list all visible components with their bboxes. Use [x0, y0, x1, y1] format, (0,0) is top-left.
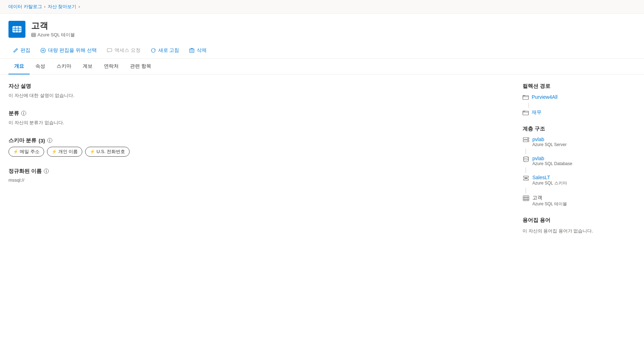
tabs-bar: 개요 속성 스키마 계보 연락처 관련 항목: [0, 59, 644, 74]
hierarchy-sub-2: Azure SQL Database: [532, 161, 572, 166]
hierarchy-title: 계층 구조: [522, 126, 636, 132]
schema-classification-info-icon[interactable]: i: [47, 138, 52, 143]
asset-title-block: 고객 Azure SQL 테이블: [31, 21, 75, 38]
schema-icon: [522, 175, 530, 182]
breadcrumb-sep-2: ›: [78, 4, 80, 9]
hierarchy-sub-1: Azure SQL Server: [532, 142, 567, 147]
collection-link-finance[interactable]: 재무: [532, 109, 542, 116]
tab-schema[interactable]: 스키마: [51, 59, 77, 74]
hierarchy-link-pvlab-2[interactable]: pvlab: [532, 156, 544, 161]
edit-button[interactable]: 편집: [8, 45, 35, 56]
hierarchy-item-2: pvlab Azure SQL Database: [522, 156, 636, 166]
asset-icon: [8, 21, 25, 38]
hierarchy-link-pvlab-1[interactable]: pvlab: [532, 137, 544, 142]
normalized-name-value: mssql://: [8, 177, 506, 183]
collection-path-title: 컬렉션 경로: [522, 83, 636, 90]
asset-description-section: 자산 설명 이 자산에 대한 설명이 없습니다.: [8, 83, 506, 99]
table-icon: [522, 195, 530, 202]
delete-icon: [189, 48, 195, 53]
tag-lightning-icon-3: ⚡: [90, 149, 95, 154]
add-circle-icon: [40, 48, 46, 53]
tab-overview[interactable]: 개요: [8, 59, 30, 74]
asset-subtitle: Azure SQL 테이블: [31, 32, 75, 38]
svg-point-31: [527, 140, 528, 141]
hierarchy-section: 계층 구조 pvlab Azure SQL Server: [522, 126, 636, 207]
svg-rect-14: [107, 48, 112, 52]
breadcrumb-catalog-link[interactable]: 데이터 카탈로그: [8, 4, 42, 10]
chat-icon: [107, 48, 112, 53]
toolbar: 편집 대량 편집을 위해 선택 액세스 요청 새로 고침: [0, 42, 644, 59]
svg-rect-37: [523, 196, 529, 201]
collection-folder-icon-1: [522, 94, 529, 100]
asset-header: 고객 Azure SQL 테이블: [0, 14, 644, 42]
hierarchy-line-1: [526, 149, 636, 154]
svg-rect-33: [524, 176, 528, 177]
hierarchy-sub-4: Azure SQL 테이블: [532, 201, 567, 207]
delete-button[interactable]: 삭제: [185, 45, 211, 56]
collection-item-1: Purview4All: [522, 94, 636, 100]
edit-icon: [13, 48, 18, 53]
svg-point-32: [524, 156, 528, 158]
svg-rect-23: [523, 96, 528, 99]
access-request-button[interactable]: 액세스 요청: [102, 45, 145, 56]
breadcrumb-browse-link[interactable]: 자산 찾아보기: [48, 4, 77, 10]
normalized-name-info-icon[interactable]: i: [44, 169, 49, 174]
svg-point-30: [527, 138, 528, 139]
classification-empty: 이 자산의 분류가 없습니다.: [8, 120, 506, 126]
svg-rect-0: [13, 26, 21, 32]
breadcrumb: 데이터 카탈로그 › 자산 찾아보기 ›: [0, 0, 644, 14]
tab-contacts[interactable]: 연락처: [98, 59, 124, 74]
schema-classification-tags: ⚡ 메일 주소 ⚡ 개인 이름 ⚡ U.S. 전화번호: [8, 147, 506, 157]
server-icon: [522, 137, 530, 144]
svg-rect-15: [190, 49, 194, 53]
hierarchy-item-4: 고객 Azure SQL 테이블: [522, 195, 636, 207]
tag-personal-name: ⚡ 개인 이름: [47, 147, 83, 157]
hierarchy-item-3: SalesLT Azure SQL 스키마: [522, 175, 636, 186]
svg-rect-6: [31, 33, 36, 37]
normalized-name-title: 정규화된 이름 i: [8, 168, 506, 175]
schema-classification-title: 스키마 분류 (3) i: [8, 137, 506, 144]
asset-title: 고객: [31, 21, 75, 31]
tab-related[interactable]: 관련 항목: [124, 59, 157, 74]
hierarchy-current-label: 고객: [532, 195, 542, 200]
tag-lightning-icon-1: ⚡: [13, 149, 18, 154]
hierarchy-item-1: pvlab Azure SQL Server: [522, 137, 636, 147]
table-small-icon: [31, 32, 36, 37]
database-icon: [522, 156, 530, 163]
classification-title: 분류 i: [8, 110, 506, 117]
tag-lightning-icon-2: ⚡: [52, 149, 57, 154]
tab-properties[interactable]: 속성: [30, 59, 51, 74]
content-left: 자산 설명 이 자산에 대한 설명이 없습니다. 분류 i 이 자산의 분류가 …: [8, 83, 522, 244]
hierarchy-sub-3: Azure SQL 스키마: [532, 180, 567, 186]
hierarchy-line-3: [526, 188, 636, 193]
main-content: 자산 설명 이 자산에 대한 설명이 없습니다. 분류 i 이 자산의 분류가 …: [0, 74, 644, 253]
tab-lineage[interactable]: 계보: [77, 59, 98, 74]
tag-phone: ⚡ U.S. 전화번호: [85, 147, 130, 157]
refresh-icon: [150, 48, 156, 53]
glossary-terms-title: 용어집 용어: [522, 217, 636, 224]
asset-subtitle-text: Azure SQL 테이블: [37, 32, 75, 38]
bulk-edit-button[interactable]: 대량 편집을 위해 선택: [36, 45, 101, 56]
svg-rect-34: [524, 179, 528, 180]
classification-section: 분류 i 이 자산의 분류가 없습니다.: [8, 110, 506, 126]
collection-path-section: 컬렉션 경로 Purview4All: [522, 83, 636, 116]
collection-item-2: 재무: [522, 109, 636, 116]
refresh-button[interactable]: 새로 고침: [146, 45, 184, 56]
hierarchy-line-2: [526, 168, 636, 173]
asset-description-empty: 이 자산에 대한 설명이 없습니다.: [8, 92, 506, 99]
asset-description-title: 자산 설명: [8, 83, 506, 90]
collection-folder-icon-2: [522, 109, 529, 116]
content-right: 컬렉션 경로 Purview4All: [522, 83, 636, 244]
svg-rect-26: [523, 111, 528, 115]
breadcrumb-sep-1: ›: [44, 4, 46, 9]
collection-link-purview4all[interactable]: Purview4All: [532, 94, 557, 100]
tag-email: ⚡ 메일 주소: [8, 147, 44, 157]
schema-classification-section: 스키마 분류 (3) i ⚡ 메일 주소 ⚡ 개인 이름 ⚡ U.S. 전화번호: [8, 137, 506, 157]
glossary-terms-empty: 이 자산의 용어집 용어가 없습니다.: [522, 228, 636, 234]
sql-icon: [12, 24, 22, 35]
hierarchy-link-saleslt[interactable]: SalesLT: [532, 175, 550, 180]
glossary-terms-section: 용어집 용어 이 자산의 용어집 용어가 없습니다.: [522, 217, 636, 234]
classification-info-icon[interactable]: i: [21, 111, 26, 116]
normalized-name-section: 정규화된 이름 i mssql://: [8, 168, 506, 183]
